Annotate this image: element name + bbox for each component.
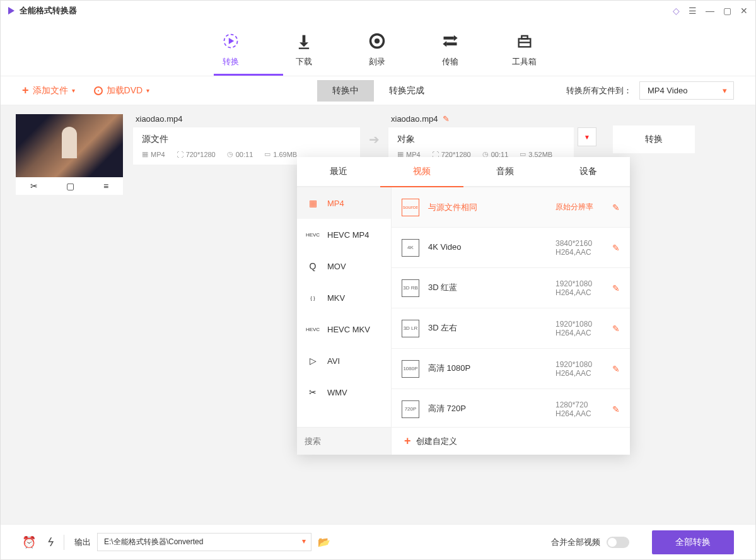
edit-preset-icon[interactable]: ✎ <box>612 364 620 374</box>
preset-icon: 3D RB <box>402 279 419 297</box>
arrow-right-icon: ➔ <box>369 132 380 147</box>
svg-rect-8 <box>521 35 527 38</box>
gpu-icon[interactable]: ϟ <box>46 535 54 549</box>
svg-rect-1 <box>303 35 306 42</box>
edit-preset-icon[interactable]: ✎ <box>612 202 620 213</box>
transfer-icon <box>439 30 462 52</box>
panel-tab-recent[interactable]: 最近 <box>297 157 380 186</box>
output-label: 输出 <box>74 537 91 548</box>
adjust-icon[interactable]: ≡ <box>103 181 108 191</box>
preset-icon: 3D LR <box>402 320 419 337</box>
nav-transfer[interactable]: 传输 <box>439 30 462 67</box>
toolbox-icon <box>513 30 536 52</box>
convert-all-to-label: 转换所有文件到： <box>566 85 632 96</box>
format-select[interactable]: MP4 Video <box>639 81 734 100</box>
preset-icon: 1080P <box>402 360 419 378</box>
panel-tab-audio[interactable]: 音频 <box>463 157 547 186</box>
panel-tab-device[interactable]: 设备 <box>547 157 630 186</box>
minimize-icon[interactable]: — <box>706 6 714 16</box>
convert-button[interactable]: 转换 <box>613 125 695 153</box>
tab-converting[interactable]: 转换中 <box>317 80 374 102</box>
preset-item[interactable]: 3D LR 3D 左右 1920*1080 H264,AAC ✎ <box>392 308 630 349</box>
create-custom-button[interactable]: + 创建自定义 <box>392 428 630 455</box>
maximize-icon[interactable]: ▢ <box>723 6 731 16</box>
convert-all-button[interactable]: 全部转换 <box>652 530 734 554</box>
app-logo-icon <box>8 7 15 15</box>
close-icon[interactable]: ✕ <box>740 6 748 16</box>
user-icon[interactable]: ◇ <box>673 6 680 16</box>
app-title: 全能格式转换器 <box>20 5 77 16</box>
format-icon: HEVC <box>306 324 320 335</box>
edit-preset-icon[interactable]: ✎ <box>612 283 620 293</box>
load-dvd-button[interactable]: 加载DVD ▾ <box>94 85 150 96</box>
format-item[interactable]: ▷AVI <box>297 345 391 376</box>
toolbar: + 添加文件 ▾ 加载DVD ▾ 转换中 转换完成 转换所有文件到： MP4 V… <box>1 76 755 105</box>
preset-item[interactable]: 4K 4K Video 3840*2160 H264,AAC ✎ <box>392 228 630 268</box>
merge-toggle[interactable] <box>607 537 629 548</box>
preset-item[interactable]: source 与源文件相同 原始分辨率 ✎ <box>392 187 630 228</box>
format-icon: Q <box>306 260 320 272</box>
nav-toolbox[interactable]: 工具箱 <box>512 30 537 67</box>
preset-icon: 720P <box>402 400 419 418</box>
edit-preset-icon[interactable]: ✎ <box>612 243 620 253</box>
panel-tab-video[interactable]: 视频 <box>380 157 463 186</box>
menu-icon[interactable]: ☰ <box>689 6 697 16</box>
svg-rect-6 <box>446 42 457 45</box>
add-file-button[interactable]: + 添加文件 ▾ <box>22 84 75 97</box>
search-input[interactable] <box>297 428 391 455</box>
top-nav: 转换 下载 刻录 传输 工具箱 <box>1 21 755 76</box>
nav-download[interactable]: 下载 <box>293 30 315 67</box>
edit-icon[interactable]: ✎ <box>443 114 450 124</box>
open-folder-icon[interactable]: 📂 <box>318 536 330 548</box>
format-icon: ▷ <box>306 355 320 366</box>
preset-item[interactable]: 720P 高清 720P 1280*720 H264,AAC ✎ <box>392 389 630 427</box>
source-filename: xiaodao.mp4 <box>133 114 360 124</box>
thumbnail-block: ✂ ▢ ≡ <box>16 114 123 195</box>
edit-preset-icon[interactable]: ✎ <box>612 324 620 334</box>
bottom-bar: ⏰ ϟ 输出 E:\全能格式转换器\Converted 📂 合并全部视频 全部转… <box>1 524 755 559</box>
target-format-dropdown[interactable]: ▼ <box>578 127 596 146</box>
video-thumbnail[interactable] <box>16 114 123 177</box>
convert-icon <box>219 30 242 52</box>
target-filename: xiaodao.mp4 <box>391 114 438 124</box>
format-list[interactable]: ▦MP4HEVCHEVC MP4QMOV{ }MKVHEVCHEVC MKV▷A… <box>297 187 392 427</box>
format-icon: { } <box>306 292 320 303</box>
trim-icon[interactable]: ✂ <box>30 181 38 191</box>
title-bar: 全能格式转换器 ◇ ☰ — ▢ ✕ <box>1 1 755 21</box>
svg-point-4 <box>376 39 379 42</box>
nav-active-indicator <box>214 74 283 76</box>
format-item[interactable]: HEVCHEVC MP4 <box>297 219 391 250</box>
output-path-select[interactable]: E:\全能格式转换器\Converted <box>97 533 311 551</box>
svg-rect-5 <box>444 37 454 40</box>
crop-icon[interactable]: ▢ <box>66 181 74 191</box>
format-icon: HEVC <box>306 229 320 240</box>
plus-icon: + <box>22 84 29 97</box>
chevron-down-icon: ▾ <box>146 87 149 94</box>
burn-icon <box>366 30 388 52</box>
preset-item[interactable]: 1080P 高清 1080P 1920*1080 H264,AAC ✎ <box>392 349 630 389</box>
format-item[interactable]: { }MKV <box>297 282 391 313</box>
format-item[interactable]: HEVCHEVC MKV <box>297 313 391 345</box>
plus-icon: + <box>404 435 411 448</box>
merge-label: 合并全部视频 <box>551 537 600 548</box>
target-title: 对象 <box>397 134 565 145</box>
preset-icon: 4K <box>402 239 419 257</box>
format-icon: ▦ <box>306 197 320 209</box>
svg-rect-2 <box>299 47 309 49</box>
preset-item[interactable]: 3D RB 3D 红蓝 1920*1080 H264,AAC ✎ <box>392 268 630 308</box>
film-icon: ▦ <box>142 150 148 158</box>
tab-done[interactable]: 转换完成 <box>374 80 439 102</box>
edit-preset-icon[interactable]: ✎ <box>612 404 620 414</box>
chevron-down-icon: ▾ <box>72 87 75 94</box>
source-title: 源文件 <box>142 134 351 145</box>
nav-convert[interactable]: 转换 <box>219 30 242 67</box>
download-icon <box>293 30 315 52</box>
format-item[interactable]: ▦MP4 <box>297 187 391 219</box>
format-item[interactable]: ✂WMV <box>297 376 391 408</box>
preset-list[interactable]: source 与源文件相同 原始分辨率 ✎ 4K 4K Video 3840*2… <box>392 187 630 427</box>
nav-burn[interactable]: 刻录 <box>366 30 388 67</box>
format-item[interactable]: QMOV <box>297 250 391 282</box>
format-icon: ✂ <box>306 387 320 398</box>
disc-icon <box>94 86 103 95</box>
alarm-icon[interactable]: ⏰ <box>22 535 36 549</box>
